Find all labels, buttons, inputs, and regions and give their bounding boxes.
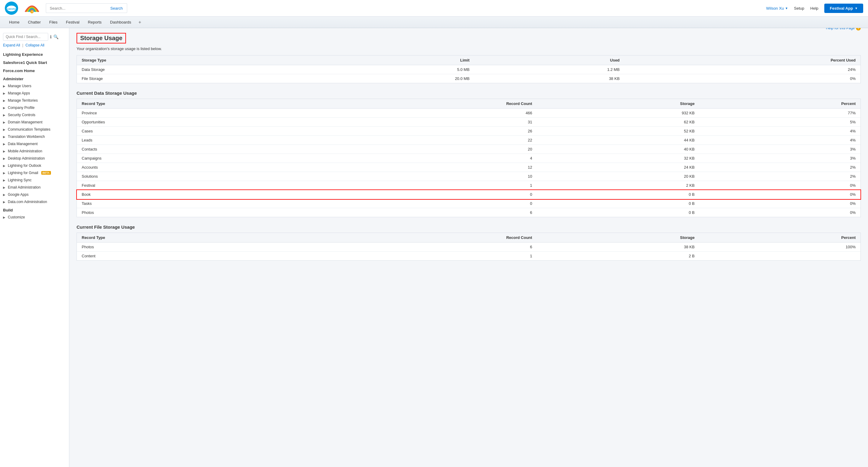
- arrow-icon: ▶: [3, 179, 6, 182]
- sidebar-item-lightning-sync[interactable]: ▶ Lightning Sync: [0, 176, 69, 184]
- record-type-cell: Tasks: [77, 199, 299, 208]
- table-row: Book 0 0 B 0%: [77, 190, 861, 199]
- percent-cell: 2%: [700, 163, 861, 172]
- page-title: Storage Usage: [80, 35, 122, 41]
- percent-cell: 2%: [700, 172, 861, 181]
- search-bar: Search: [46, 3, 127, 13]
- salesforce-logo[interactable]: salesforce: [5, 1, 18, 15]
- arrow-icon: ▶: [3, 113, 6, 116]
- file-storage-table-wrapper: Record Type Record Count Storage Percent…: [76, 233, 861, 261]
- record-type-cell: Province: [77, 109, 299, 118]
- table-row: Cases 26 52 KB 4%: [77, 127, 861, 136]
- arrow-icon: ▶: [3, 106, 6, 109]
- file-storage-table: Record Type Record Count Storage Percent…: [77, 233, 861, 260]
- app-dropdown-arrow: ▼: [855, 7, 858, 10]
- table-row: Opportunities 31 62 KB 5%: [77, 118, 861, 127]
- percent-cell: 0%: [700, 181, 861, 190]
- page-subtitle: Your organization's storage usage is lis…: [76, 47, 861, 51]
- percent-cell: 4%: [700, 127, 861, 136]
- nav-dashboards[interactable]: Dashboards: [106, 18, 135, 27]
- record-type-cell: Leads: [77, 136, 299, 145]
- storage-cell: 40 KB: [537, 145, 700, 154]
- sidebar-item-google-apps[interactable]: ▶ Google Apps: [0, 191, 69, 198]
- storage-cell: 0 B: [537, 199, 700, 208]
- table-row: Solutions 10 20 KB 2%: [77, 172, 861, 181]
- nav-home[interactable]: Home: [5, 18, 24, 27]
- sidebar-section-lightning-experience[interactable]: Lightning Experience: [0, 50, 69, 58]
- sidebar-item-datacom-administration[interactable]: ▶ Data.com Administration: [0, 198, 69, 205]
- sidebar-item-desktop-administration[interactable]: ▶ Desktop Administration: [0, 155, 69, 162]
- col-percent: Percent: [700, 233, 861, 242]
- sidebar-item-communication-templates[interactable]: ▶ Communication Templates: [0, 126, 69, 133]
- table-row: Campaigns 4 32 KB 3%: [77, 154, 861, 163]
- user-name[interactable]: Wilson Xu ▼: [766, 6, 788, 10]
- sidebar-item-security-controls[interactable]: ▶ Security Controls: [0, 111, 69, 119]
- search-button[interactable]: Search: [106, 3, 127, 13]
- arrow-icon: ▶: [3, 121, 6, 124]
- record-count-cell: 6: [299, 208, 537, 217]
- arrow-icon: ▶: [3, 216, 6, 219]
- storage-cell: 2 KB: [537, 181, 700, 190]
- help-link[interactable]: Help: [810, 6, 818, 10]
- col-storage-type: Storage Type: [77, 56, 310, 65]
- sidebar-section-build[interactable]: Build: [0, 205, 69, 213]
- storage-type-cell: File Storage: [77, 74, 310, 83]
- percent-cell: 100%: [700, 242, 861, 252]
- sidebar-item-manage-users[interactable]: ▶ Manage Users: [0, 82, 69, 90]
- arrow-icon: ▶: [3, 142, 6, 145]
- expand-all-link[interactable]: Expand All: [3, 43, 20, 47]
- sidebar-item-email-administration[interactable]: ▶ Email Administration: [0, 184, 69, 191]
- sidebar-item-company-profile[interactable]: ▶ Company Profile: [0, 104, 69, 111]
- nav-festival[interactable]: Festival: [62, 18, 84, 27]
- sidebar-item-data-management[interactable]: ▶ Data Management: [0, 140, 69, 148]
- search-input[interactable]: [46, 3, 106, 13]
- sidebar-item-domain-management[interactable]: ▶ Domain Management: [0, 119, 69, 126]
- sidebar-item-translation-workbench[interactable]: ▶ Translation Workbench: [0, 133, 69, 140]
- col-record-type: Record Type: [77, 233, 299, 242]
- col-limit: Limit: [310, 56, 474, 65]
- data-storage-table-wrapper: Record Type Record Count Storage Percent…: [76, 99, 861, 217]
- arrow-icon: ▶: [3, 164, 6, 167]
- nav-chatter[interactable]: Chatter: [24, 18, 45, 27]
- percent-cell: 0%: [700, 208, 861, 217]
- col-used: Used: [474, 56, 624, 65]
- nav-add-button[interactable]: +: [135, 17, 144, 27]
- record-count-cell: 4: [299, 154, 537, 163]
- sidebar-item-lightning-gmail[interactable]: ▶ Lightning for Gmail BETA: [0, 169, 69, 176]
- record-type-cell: Festival: [77, 181, 299, 190]
- storage-cell: 0 B: [537, 190, 700, 199]
- record-type-cell: Solutions: [77, 172, 299, 181]
- arrow-icon: ▶: [3, 186, 6, 189]
- sidebar-section-salesforce1[interactable]: Salesforce1 Quick Start: [0, 58, 69, 66]
- header-right: Wilson Xu ▼ Setup Help Festival App ▼: [766, 4, 863, 13]
- percent-cell: [700, 252, 861, 261]
- record-count-cell: 31: [299, 118, 537, 127]
- sidebar-section-administer[interactable]: Administer: [0, 74, 69, 82]
- storage-cell: 52 KB: [537, 127, 700, 136]
- sidebar-search-icon[interactable]: 🔍: [53, 34, 59, 39]
- sidebar-search-input[interactable]: [3, 33, 48, 41]
- sidebar-item-mobile-administration[interactable]: ▶ Mobile Administration: [0, 148, 69, 155]
- col-record-type: Record Type: [77, 99, 299, 109]
- help-icon: ?: [856, 28, 861, 30]
- festival-app-button[interactable]: Festival App ▼: [824, 4, 863, 13]
- table-row: Content 1 2 B: [77, 252, 861, 261]
- storage-cell: 24 KB: [537, 163, 700, 172]
- sidebar-item-manage-apps[interactable]: ▶ Manage Apps: [0, 90, 69, 97]
- sidebar-item-customize[interactable]: ▶ Customize: [0, 213, 69, 221]
- percent-cell: 0%: [700, 199, 861, 208]
- sidebar-section-forcecom[interactable]: Force.com Home: [0, 66, 69, 74]
- sidebar-info-icon[interactable]: ℹ: [50, 34, 52, 39]
- sidebar-search-row: ℹ 🔍: [0, 31, 69, 42]
- help-for-page-link[interactable]: Help for this Page ?: [826, 28, 861, 30]
- sidebar-item-manage-territories[interactable]: ▶ Manage Territories: [0, 97, 69, 104]
- sidebar-item-lightning-outlook[interactable]: ▶ Lightning for Outlook: [0, 162, 69, 169]
- collapse-all-link[interactable]: Collapse All: [26, 43, 44, 47]
- nav-reports[interactable]: Reports: [84, 18, 106, 27]
- nav-files[interactable]: Files: [45, 18, 61, 27]
- percent-cell: 0%: [700, 190, 861, 199]
- nav-bar: Home Chatter Files Festival Reports Dash…: [0, 17, 868, 28]
- setup-link[interactable]: Setup: [794, 6, 804, 10]
- col-percent: Percent: [700, 99, 861, 109]
- table-row: Photos 6 38 KB 100%: [77, 242, 861, 252]
